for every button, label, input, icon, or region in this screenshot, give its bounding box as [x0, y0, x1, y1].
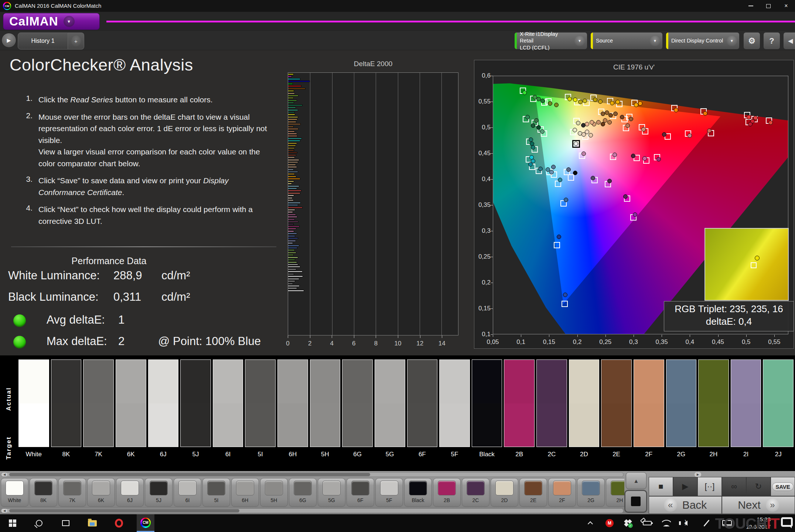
- scroll-left-icon[interactable]: ◀: [1, 473, 7, 477]
- deltae-bar[interactable]: [288, 76, 292, 77]
- read-series-button[interactable]: [··]: [697, 477, 722, 496]
- patch-button-5H[interactable]: 5H: [260, 478, 288, 507]
- patch-button-5F[interactable]: 5F: [375, 478, 403, 507]
- tab-history-1[interactable]: History 1: [18, 33, 68, 50]
- deltae-bar[interactable]: [288, 257, 298, 258]
- patch-button-2F[interactable]: 2F: [548, 478, 576, 507]
- patch-button-2B[interactable]: 2B: [433, 478, 461, 507]
- comparator-patch-5G[interactable]: 5G: [375, 359, 405, 458]
- comparator-patch-6G[interactable]: 6G: [342, 359, 373, 458]
- deltae-bar[interactable]: [288, 202, 301, 204]
- comparator-patch-6J[interactable]: 6J: [148, 359, 179, 458]
- deltae-bar[interactable]: [288, 266, 300, 267]
- patch-button-2G[interactable]: 2G: [577, 478, 605, 507]
- tray-expand-button[interactable]: [584, 514, 598, 532]
- comparator-patch-White[interactable]: White: [18, 359, 49, 458]
- patch-button-6J[interactable]: 6J: [116, 478, 144, 507]
- display-control-dropdown[interactable]: Direct Display Control ▼: [666, 32, 740, 50]
- deltae-bar[interactable]: [288, 278, 299, 280]
- deltae-bar[interactable]: [288, 228, 296, 229]
- deltae-bar[interactable]: [288, 105, 303, 106]
- comparator-patch-2C[interactable]: 2C: [536, 359, 567, 458]
- deltae-bar[interactable]: [288, 119, 297, 120]
- bottom-scrollbar[interactable]: ◀: [1, 508, 624, 513]
- minimize-button[interactable]: [742, 0, 760, 12]
- deltae-bar[interactable]: [288, 242, 293, 244]
- deltae-bar[interactable]: [288, 171, 298, 173]
- deltae-bar[interactable]: [288, 145, 296, 146]
- settings-button[interactable]: ⚙: [743, 32, 760, 50]
- deltae-bar[interactable]: [288, 183, 292, 184]
- deltae-bar[interactable]: [288, 74, 294, 75]
- deltae-bar[interactable]: [288, 254, 294, 256]
- deltae-bar[interactable]: [288, 245, 299, 246]
- deltae-bar[interactable]: [288, 287, 297, 289]
- comparator-patch-2E[interactable]: 2E: [601, 359, 632, 458]
- patch-button-6H[interactable]: 6H: [231, 478, 259, 507]
- patch-button-6K[interactable]: 6K: [87, 478, 115, 507]
- deltae-bar[interactable]: [288, 238, 298, 239]
- deltae-bar[interactable]: [288, 102, 294, 103]
- file-explorer-button[interactable]: [83, 514, 101, 532]
- pattern-window-button[interactable]: [624, 490, 647, 513]
- deltae-bar[interactable]: [288, 197, 293, 199]
- deltae-bar[interactable]: [288, 78, 300, 80]
- deltae-bar[interactable]: [288, 226, 300, 227]
- deltae-bar[interactable]: [288, 188, 297, 189]
- patch-button-2D[interactable]: 2D: [491, 478, 518, 507]
- deltae-bar[interactable]: [288, 152, 297, 153]
- patch-button-6I[interactable]: 6I: [174, 478, 201, 507]
- comparator-patch-2J[interactable]: 2J: [763, 359, 794, 458]
- deltae-bar[interactable]: [288, 173, 295, 175]
- comparator-patch-2B[interactable]: 2B: [504, 359, 535, 458]
- patch-button-Black[interactable]: Black: [404, 478, 432, 507]
- deltae-bar[interactable]: [288, 85, 301, 87]
- deltae-bar[interactable]: [288, 83, 293, 85]
- comparator-patch-6I[interactable]: 6I: [213, 359, 243, 458]
- scroll-up-button[interactable]: ▲: [626, 472, 646, 489]
- deltae-bar[interactable]: [288, 285, 300, 287]
- refresh-button[interactable]: ↻: [746, 477, 771, 496]
- task-view-button[interactable]: [57, 514, 75, 532]
- opera-button[interactable]: [110, 514, 128, 532]
- deltae-bar[interactable]: [288, 185, 299, 187]
- close-button[interactable]: ×: [777, 0, 795, 12]
- deltae-bar[interactable]: [288, 140, 300, 141]
- comparator-patch-2G[interactable]: 2G: [666, 359, 697, 458]
- deltae-bar[interactable]: [288, 112, 295, 113]
- deltae-bar[interactable]: [288, 166, 297, 168]
- save-button[interactable]: SAVE: [771, 477, 795, 496]
- stop-button[interactable]: ■: [649, 477, 673, 496]
- patch-button-2C[interactable]: 2C: [462, 478, 489, 507]
- calman-taskbar-button[interactable]: CM: [137, 514, 154, 532]
- deltae-bar[interactable]: [288, 200, 294, 201]
- deltae-bar[interactable]: [288, 150, 294, 151]
- deltae-bar[interactable]: [288, 131, 295, 132]
- patch-button-6F[interactable]: 6F: [347, 478, 374, 507]
- comparator-patch-2H[interactable]: 2H: [698, 359, 729, 458]
- deltae-bar[interactable]: [288, 169, 294, 170]
- deltae-bar[interactable]: [288, 109, 298, 111]
- patch-button-5J[interactable]: 5J: [145, 478, 173, 507]
- comparator-patch-5H[interactable]: 5H: [310, 359, 341, 458]
- comparator-patch-5F[interactable]: 5F: [439, 359, 470, 458]
- deltae-bar[interactable]: [288, 164, 296, 166]
- deltae-bar[interactable]: [288, 121, 296, 123]
- deltae-bar[interactable]: [288, 93, 295, 94]
- deltae-bar[interactable]: [288, 195, 294, 196]
- deltae-bar[interactable]: [288, 97, 294, 99]
- scrollbar-thumb[interactable]: [9, 473, 370, 476]
- deltae-bar[interactable]: [288, 161, 298, 163]
- deltae-bar[interactable]: [288, 181, 294, 182]
- deltae-bar[interactable]: [288, 123, 301, 125]
- patch-button-5I[interactable]: 5I: [202, 478, 230, 507]
- deltae-bar[interactable]: [288, 214, 296, 215]
- deltae-bar[interactable]: [288, 114, 295, 115]
- deltae-bar[interactable]: [288, 211, 293, 213]
- deltae-bar[interactable]: [288, 207, 303, 208]
- deltae-bar[interactable]: [288, 235, 295, 237]
- back-button[interactable]: «Back: [649, 496, 722, 514]
- network-tray-icon[interactable]: [658, 514, 675, 532]
- comparator-patch-5I[interactable]: 5I: [245, 359, 276, 458]
- comparator-patch-Black[interactable]: Black: [472, 359, 502, 458]
